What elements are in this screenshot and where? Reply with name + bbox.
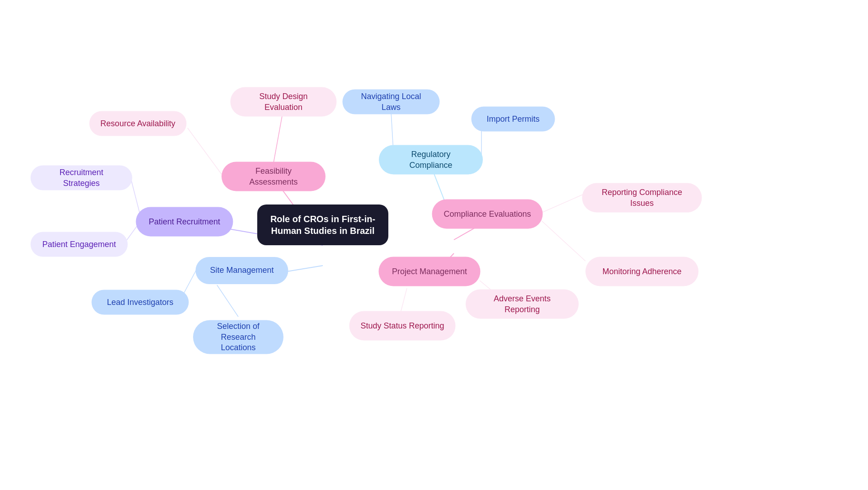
adverse-events-node[interactable]: Adverse Events Reporting (466, 290, 579, 319)
nav-laws-label: Navigating Local Laws (353, 91, 430, 113)
svg-line-1 (274, 109, 283, 163)
patient-engage-label: Patient Engagement (42, 239, 116, 249)
adverse-events-label: Adverse Events Reporting (476, 294, 569, 315)
resource-avail-label: Resource Availability (100, 118, 175, 128)
resource-avail-node[interactable]: Resource Availability (90, 111, 187, 136)
comp-eval-label: Compliance Evaluations (443, 209, 531, 219)
site-manage-node[interactable]: Site Management (196, 257, 288, 284)
comp-eval-node[interactable]: Compliance Evaluations (432, 200, 543, 229)
lead-invest-node[interactable]: Lead Investigators (92, 290, 189, 315)
sel-research-label: Selection of Research Locations (203, 321, 274, 353)
feasibility-label: Feasibility Assessments (231, 166, 316, 187)
import-permits-label: Import Permits (486, 114, 539, 124)
center-label: Role of CROs in First-in-Human Studies i… (267, 213, 378, 237)
svg-line-14 (542, 221, 585, 261)
center-node[interactable]: Role of CROs in First-in-Human Studies i… (257, 205, 388, 245)
feasibility-node[interactable]: Feasibility Assessments (222, 162, 326, 191)
svg-line-2 (188, 128, 222, 174)
patient-engage-node[interactable]: Patient Engagement (31, 232, 128, 257)
monitor-adhere-label: Monitoring Adherence (602, 266, 681, 276)
study-design-label: Study Design Evaluation (241, 91, 327, 113)
import-permits-node[interactable]: Import Permits (472, 107, 555, 132)
svg-line-4 (131, 180, 140, 215)
patient-recruit-node[interactable]: Patient Recruitment (136, 207, 233, 237)
svg-line-16 (400, 288, 407, 314)
monitor-adhere-node[interactable]: Monitoring Adherence (585, 257, 698, 286)
patient-recruit-label: Patient Recruitment (149, 216, 220, 227)
study-status-node[interactable]: Study Status Reporting (349, 311, 456, 341)
regul-comp-node[interactable]: Regulatory Compliance (379, 145, 483, 175)
sel-research-node[interactable]: Selection of Research Locations (193, 320, 283, 354)
study-status-label: Study Status Reporting (360, 320, 444, 331)
svg-line-8 (217, 285, 238, 317)
regul-comp-label: Regulatory Compliance (389, 149, 473, 171)
recruit-strat-label: Recruitment Strategies (41, 167, 123, 189)
recruit-strat-node[interactable]: Recruitment Strategies (31, 166, 132, 190)
lead-invest-label: Lead Investigators (107, 297, 173, 307)
report-comp-label: Reporting Compliance Issues (592, 187, 692, 209)
svg-line-6 (287, 266, 323, 271)
report-comp-node[interactable]: Reporting Compliance Issues (582, 183, 702, 213)
project-manage-label: Project Management (392, 266, 467, 276)
study-design-node[interactable]: Study Design Evaluation (231, 87, 337, 117)
project-manage-node[interactable]: Project Management (379, 257, 481, 286)
site-manage-label: Site Management (210, 265, 274, 276)
nav-laws-node[interactable]: Navigating Local Laws (343, 90, 440, 114)
